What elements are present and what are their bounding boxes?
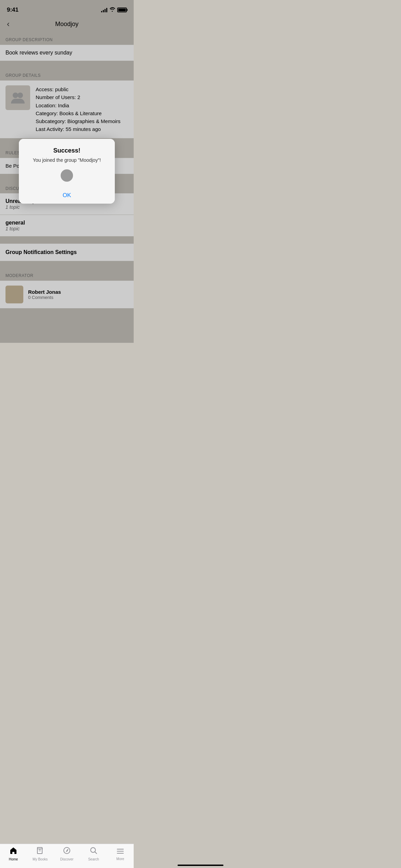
modal-button-area: OK: [19, 187, 115, 204]
success-modal: Success! You joined the group "Moodjoy"!…: [19, 139, 115, 204]
modal-title: Success!: [26, 147, 108, 154]
modal-drag-indicator: [61, 169, 73, 182]
modal-message: You joined the group "Moodjoy"!: [26, 157, 108, 164]
modal-ok-button[interactable]: OK: [24, 192, 110, 199]
modal-content: Success! You joined the group "Moodjoy"!: [19, 139, 115, 187]
modal-overlay: Success! You joined the group "Moodjoy"!…: [0, 0, 134, 343]
